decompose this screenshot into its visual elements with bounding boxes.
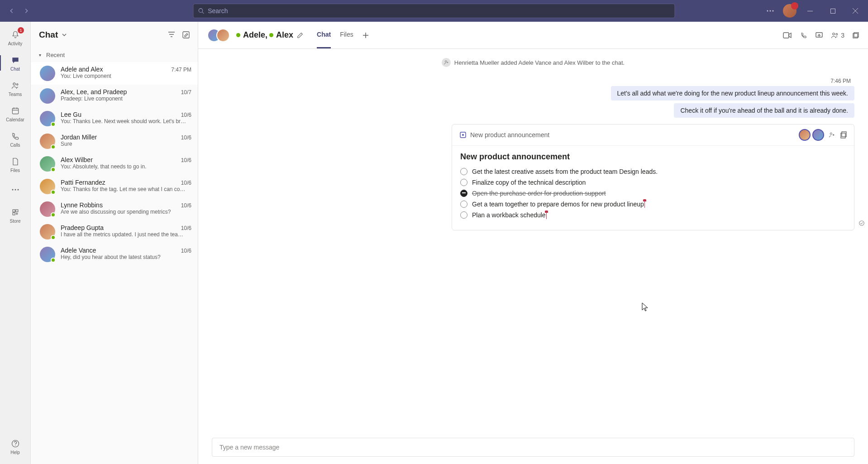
chat-list-item[interactable]: Patti Fernandez 10/6 You: Thanks for the… xyxy=(31,175,198,198)
svg-point-32 xyxy=(836,33,838,35)
svg-rect-11 xyxy=(12,108,18,114)
viewer-avatar[interactable] xyxy=(812,129,824,141)
checkbox[interactable] xyxy=(460,179,467,186)
popout-button[interactable] xyxy=(853,32,859,38)
forward-button[interactable] xyxy=(21,5,32,16)
presence-dot xyxy=(51,258,56,263)
rail-calendar[interactable]: Calendar xyxy=(0,101,30,126)
rail-label: Activity xyxy=(8,41,23,46)
activity-badge: 1 xyxy=(18,27,24,33)
section-recent[interactable]: ▾ Recent xyxy=(31,48,198,62)
compose-area: Type a new message xyxy=(212,438,854,457)
chat-list-item[interactable]: Jordan Miller 10/6 Sure xyxy=(31,130,198,153)
checklist-text[interactable]: Get a team together to prepare demos for… xyxy=(472,201,645,208)
tab-chat[interactable]: Chat xyxy=(317,22,331,48)
audio-call-button[interactable] xyxy=(800,32,807,39)
chat-item-time: 10/6 xyxy=(181,157,191,163)
message-bubble[interactable]: Let's all add what we're doing for the n… xyxy=(611,86,854,100)
checklist-text[interactable]: Get the latest creative assets from the … xyxy=(472,168,658,175)
tab-files[interactable]: Files xyxy=(340,22,353,48)
minimize-button[interactable] xyxy=(801,4,819,18)
rail-chat[interactable]: Chat xyxy=(0,51,30,75)
checkbox[interactable] xyxy=(460,201,467,208)
checklist-item[interactable]: Get a team together to prepare demos for… xyxy=(460,199,846,210)
search-box[interactable] xyxy=(193,4,675,18)
chat-list-item[interactable]: Adele Vance 10/6 Hey, did you hear about… xyxy=(31,243,198,266)
participant-count-value: 3 xyxy=(841,32,844,39)
filter-icon[interactable] xyxy=(168,31,175,38)
svg-rect-5 xyxy=(807,11,813,11)
checklist-item[interactable]: Plan a workback schedule xyxy=(460,210,846,220)
profile-badge xyxy=(791,2,798,10)
chat-list-panel: Chat ▾ Recent Adele and Alex 7:47 PM You… xyxy=(31,22,198,464)
app-rail: 1 Activity Chat Teams Calendar Calls Fil… xyxy=(0,22,31,464)
search-input[interactable] xyxy=(208,7,670,14)
checklist-text[interactable]: Finalize copy of the technical descripti… xyxy=(472,179,586,186)
rail-calls[interactable]: Calls xyxy=(0,127,30,151)
compose-input[interactable]: Type a new message xyxy=(212,438,854,457)
svg-point-10 xyxy=(16,83,18,85)
svg-point-38 xyxy=(830,133,832,134)
search-wrap xyxy=(193,4,675,18)
rail-files[interactable]: Files xyxy=(0,152,30,177)
svg-point-4 xyxy=(773,10,774,12)
participants-button[interactable]: 3 xyxy=(831,32,844,39)
share-component-button[interactable] xyxy=(829,132,836,138)
chat-list-item[interactable]: Adele and Alex 7:47 PM You: Live compone… xyxy=(31,62,198,85)
chat-item-name: Jordan Miller xyxy=(61,134,97,141)
checklist-item[interactable]: Get the latest creative assets from the … xyxy=(460,166,846,177)
add-tab-button[interactable] xyxy=(362,32,369,38)
chat-list-item[interactable]: Alex, Lee, and Pradeep 10/7 Pradeep: Liv… xyxy=(31,85,198,107)
rail-teams[interactable]: Teams xyxy=(0,76,30,100)
chat-list-item[interactable]: Lee Gu 10/6 You: Thanks Lee. Next week s… xyxy=(31,107,198,130)
rail-activity[interactable]: 1 Activity xyxy=(0,25,30,50)
profile-avatar[interactable] xyxy=(783,4,796,18)
share-button[interactable] xyxy=(816,32,823,38)
rail-more[interactable] xyxy=(0,177,30,202)
chat-item-name: Adele and Alex xyxy=(61,66,103,73)
chat-list-item[interactable]: Alex Wilber 10/6 You: Absolutely, that n… xyxy=(31,153,198,175)
chat-list-item[interactable]: Pradeep Gupta 10/6 I have all the metric… xyxy=(31,220,198,243)
presence-dot xyxy=(51,122,56,127)
chat-item-preview: You: Thanks for the tag. Let me see what… xyxy=(61,186,191,192)
message-bubble[interactable]: Check it off if you're ahead of the ball… xyxy=(674,103,854,118)
avatar xyxy=(40,156,55,172)
checklist-text[interactable]: Open the purchase order for production s… xyxy=(472,190,606,197)
rail-help[interactable]: Help xyxy=(0,434,30,459)
live-component-card[interactable]: New product announcement New product ann… xyxy=(452,124,854,230)
chat-list-item[interactable]: Lynne Robbins 10/6 Are we also discussin… xyxy=(31,198,198,220)
video-call-button[interactable] xyxy=(783,32,792,38)
message-group: 7:46 PM Let's all add what we're doing f… xyxy=(212,78,854,120)
more-options[interactable] xyxy=(762,10,778,12)
live-breadcrumb[interactable]: New product announcement xyxy=(470,131,549,139)
calendar-icon xyxy=(10,105,21,116)
more-icon xyxy=(10,184,21,195)
chat-name-part: Adele, xyxy=(243,30,267,40)
checklist-item[interactable]: Finalize copy of the technical descripti… xyxy=(460,177,846,188)
svg-point-3 xyxy=(770,10,771,12)
live-heading[interactable]: New product announcement xyxy=(460,152,846,162)
close-button[interactable] xyxy=(846,4,864,18)
chat-item-preview: Hey, did you hear about the latest statu… xyxy=(61,254,191,260)
presence-dot xyxy=(51,212,56,217)
maximize-button[interactable] xyxy=(824,4,842,18)
checkbox[interactable] xyxy=(460,211,467,219)
rail-store[interactable]: Store xyxy=(0,203,30,227)
rail-label: Chat xyxy=(10,67,20,72)
system-message-text: Henrietta Mueller added Adele Vance and … xyxy=(454,59,625,66)
copy-component-button[interactable] xyxy=(840,131,847,139)
chevron-down-icon[interactable] xyxy=(62,32,67,38)
svg-point-16 xyxy=(14,189,16,191)
chat-header: Adele, Alex Chat Files 3 xyxy=(198,22,868,49)
new-chat-icon[interactable] xyxy=(182,31,190,38)
checkbox[interactable] xyxy=(460,190,467,197)
edit-name-button[interactable] xyxy=(297,32,303,38)
checklist-item[interactable]: Open the purchase order for production s… xyxy=(460,188,846,199)
caret-icon: ▾ xyxy=(39,53,43,57)
chat-items: Adele and Alex 7:47 PM You: Live compone… xyxy=(31,62,198,266)
back-button[interactable] xyxy=(6,5,17,16)
avatar xyxy=(40,111,55,126)
viewer-avatar[interactable] xyxy=(799,129,811,141)
checkbox[interactable] xyxy=(460,168,467,175)
checklist-text[interactable]: Plan a workback schedule xyxy=(472,211,547,219)
